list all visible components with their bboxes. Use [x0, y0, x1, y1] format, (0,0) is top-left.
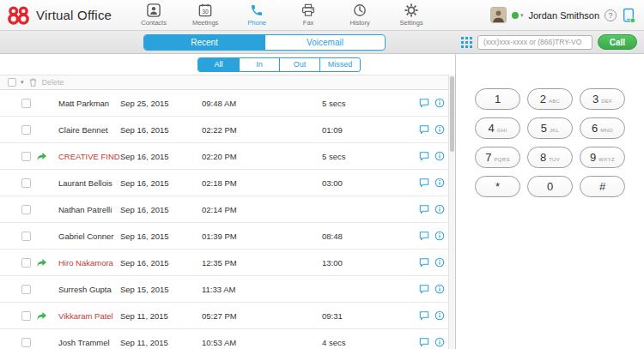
key-digit: # — [599, 180, 605, 193]
svg-text:30: 30 — [202, 9, 209, 15]
dialpad-toggle-icon[interactable] — [461, 37, 472, 48]
fax-icon — [301, 3, 315, 17]
info-icon[interactable] — [434, 98, 445, 108]
call-row[interactable]: CREATIVE FINDSep 16, 201502:20 PM5 secs — [0, 143, 455, 170]
info-icon[interactable] — [434, 124, 445, 135]
help-icon[interactable]: ? — [605, 9, 617, 21]
row-checkbox[interactable] — [21, 125, 31, 135]
dialpad-pane: 12ABC3DEF4GHI5JKL6MNO7PQRS8TUV9WXYZ*0# — [456, 54, 644, 349]
chat-icon[interactable] — [419, 257, 429, 268]
call-duration: 09:31 — [322, 311, 412, 321]
chat-icon[interactable] — [419, 310, 429, 321]
call-row[interactable]: Surresh GuptaSep 15, 201511:33 AM — [0, 276, 455, 303]
nav-item-label: History — [349, 19, 369, 27]
caller-name: Vikkaram Patel — [58, 311, 120, 321]
chat-icon[interactable] — [419, 178, 429, 188]
row-checkbox[interactable] — [21, 205, 31, 214]
info-icon[interactable] — [434, 284, 445, 294]
dialpad-key-0[interactable]: 0 — [527, 176, 573, 197]
caller-name: CREATIVE FIND — [58, 152, 120, 161]
call-row[interactable]: Josh TrammelSep 11, 201510:53 AM4 secs — [0, 329, 455, 349]
chat-icon[interactable] — [419, 337, 429, 347]
call-duration: 5 secs — [322, 152, 412, 161]
dialpad-key-9[interactable]: 9WXYZ — [580, 147, 625, 168]
info-icon[interactable] — [434, 337, 445, 347]
call-row[interactable]: Vikkaram PatelSep 11, 201505:27 PM09:31 — [0, 303, 455, 329]
tab-recent[interactable]: Recent — [144, 35, 264, 50]
list-scrollbar[interactable] — [448, 75, 455, 349]
user-name[interactable]: Jordan Smithson — [528, 10, 599, 21]
chat-icon[interactable] — [419, 151, 429, 161]
nav-item-contacts[interactable]: Contacts — [134, 3, 173, 27]
row-checkbox[interactable] — [21, 338, 31, 347]
info-icon[interactable] — [434, 231, 445, 241]
key-digit: 1 — [495, 93, 501, 105]
call-row[interactable]: Laurant BelloisSep 16, 201502:18 PM03:00 — [0, 170, 455, 196]
row-checkbox[interactable] — [21, 258, 31, 268]
dialpad-key-2[interactable]: 2ABC — [527, 88, 573, 110]
call-button[interactable]: Call — [598, 34, 637, 50]
call-row[interactable]: Claire BennetSep 16, 201502:22 PM01:09 — [0, 117, 455, 143]
chat-icon[interactable] — [419, 284, 429, 294]
select-all-checkbox[interactable] — [8, 78, 16, 87]
dialpad-key-8[interactable]: 8TUV — [527, 147, 573, 168]
dialpad-key-star[interactable]: * — [475, 176, 520, 197]
dialpad-key-6[interactable]: 6MNO — [580, 117, 625, 139]
filter-missed[interactable]: Missed — [319, 58, 360, 71]
caller-name: Matt Parkman — [58, 99, 120, 108]
row-checkbox[interactable] — [21, 178, 31, 188]
direction-filter-tabs: AllInOutMissed — [197, 57, 361, 72]
caret-down-icon: ▾ — [520, 12, 524, 19]
nav-item-fax[interactable]: Fax — [289, 3, 328, 27]
chat-icon[interactable] — [419, 231, 429, 241]
row-checkbox[interactable] — [21, 311, 31, 321]
outgoing-call-icon — [36, 311, 47, 321]
info-icon[interactable] — [434, 310, 445, 321]
filter-in[interactable]: In — [239, 58, 279, 71]
call-row[interactable]: Gabriel ConnerSep 16, 201501:39 PM08:48 — [0, 223, 455, 250]
trash-icon[interactable] — [28, 77, 38, 87]
info-icon[interactable] — [434, 204, 445, 214]
row-checkbox[interactable] — [21, 285, 31, 294]
dialpad-key-4[interactable]: 4GHI — [475, 117, 520, 139]
filter-out[interactable]: Out — [279, 58, 319, 71]
nav-item-history[interactable]: History — [340, 3, 380, 27]
row-checkbox[interactable] — [21, 99, 31, 108]
nav-item-settings[interactable]: Settings — [392, 3, 431, 27]
brand[interactable]: Virtual Office — [7, 5, 112, 26]
key-digit: 8 — [540, 151, 546, 164]
nav-item-meetings[interactable]: 30Meetings — [185, 3, 225, 27]
call-time: 05:27 PM — [202, 311, 322, 321]
info-icon[interactable] — [434, 151, 445, 161]
info-icon[interactable] — [434, 257, 445, 268]
chat-icon[interactable] — [419, 204, 429, 214]
row-checkbox[interactable] — [21, 232, 31, 241]
dialpad-key-7[interactable]: 7PQRS — [475, 147, 520, 168]
dialpad-key-3[interactable]: 3DEF — [580, 88, 625, 110]
nav-item-phone[interactable]: Phone — [237, 3, 276, 27]
softphone-status-icon[interactable] — [622, 8, 635, 23]
avatar[interactable] — [490, 7, 507, 23]
call-time: 02:20 PM — [202, 152, 322, 161]
scrollbar-thumb[interactable] — [450, 76, 454, 152]
call-row[interactable]: Hiro NakamoraSep 16, 201512:35 PM13:00 — [0, 250, 455, 276]
call-row[interactable]: Nathan PatrelliSep 16, 201502:14 PM — [0, 196, 455, 223]
chat-icon[interactable] — [419, 98, 429, 108]
delete-button[interactable]: Delete — [42, 78, 64, 87]
chat-icon[interactable] — [419, 124, 429, 135]
select-menu-caret-icon[interactable]: ▾ — [21, 79, 24, 86]
filter-all[interactable]: All — [198, 58, 239, 71]
caller-name: Hiro Nakamora — [58, 258, 120, 268]
call-date: Sep 16, 2015 — [120, 232, 202, 241]
info-icon[interactable] — [434, 178, 445, 188]
dialpad-key-5[interactable]: 5JKL — [527, 117, 573, 139]
call-duration: 5 secs — [322, 99, 412, 108]
presence-status[interactable]: ▾ — [512, 12, 524, 19]
phone-icon — [250, 3, 264, 17]
call-row[interactable]: Matt ParkmanSep 25, 201509:48 AM5 secs — [0, 90, 455, 117]
tab-voicemail[interactable]: Voicemail — [264, 35, 385, 50]
dialpad-key-1[interactable]: 1 — [475, 88, 520, 110]
dial-number-input[interactable] — [477, 35, 592, 50]
row-checkbox[interactable] — [21, 152, 31, 161]
dialpad-key-pound[interactable]: # — [580, 176, 625, 197]
